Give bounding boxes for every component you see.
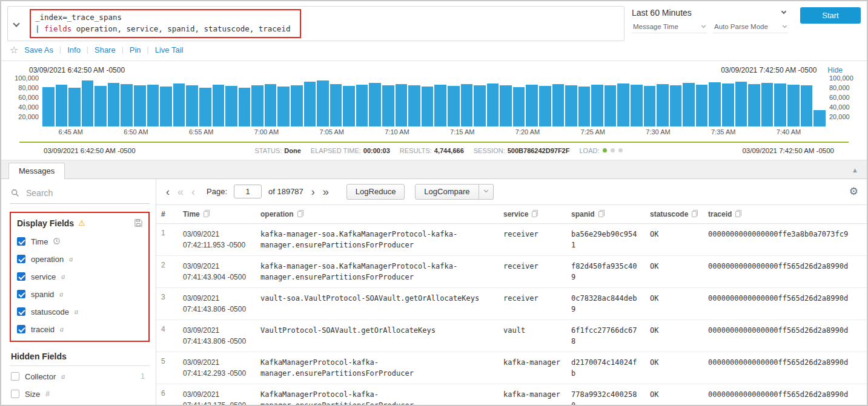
histogram-bar[interactable] bbox=[68, 88, 81, 126]
favorite-star-icon[interactable]: ☆ bbox=[10, 44, 18, 56]
logreduce-button[interactable]: LogReduce bbox=[346, 184, 405, 200]
parse-mode-select[interactable]: Auto Parse Mode bbox=[713, 22, 788, 33]
histogram-bar[interactable] bbox=[552, 84, 565, 126]
histogram-bar[interactable] bbox=[291, 85, 303, 126]
histogram-bar[interactable] bbox=[213, 85, 225, 126]
action-pin[interactable]: Pin bbox=[130, 45, 141, 54]
histogram-bar[interactable] bbox=[605, 85, 617, 126]
field-row-time[interactable]: Time bbox=[16, 233, 144, 250]
field-row-service[interactable]: servicea bbox=[16, 268, 144, 286]
last-page-button[interactable]: » bbox=[320, 186, 331, 197]
query-editor[interactable]: _index=_trace_spans | fields operation, … bbox=[7, 6, 624, 41]
histogram-bar[interactable] bbox=[591, 85, 603, 126]
hide-histogram-link[interactable]: Hide bbox=[827, 66, 843, 74]
field-checkbox[interactable] bbox=[17, 272, 25, 281]
histogram-bar[interactable] bbox=[539, 86, 551, 126]
table-row[interactable]: 103/09/202107:42:11.953 -0500kafka-manag… bbox=[156, 224, 867, 256]
time-range-select[interactable]: Last 60 Minutes bbox=[632, 8, 788, 18]
tab-messages[interactable]: Messages bbox=[8, 163, 65, 179]
histogram-bar[interactable] bbox=[108, 83, 120, 126]
column-header-statuscode[interactable]: statuscode bbox=[645, 205, 703, 223]
histogram-bar[interactable] bbox=[787, 85, 800, 126]
histogram-bar[interactable] bbox=[565, 85, 577, 126]
save-fields-icon[interactable] bbox=[134, 219, 142, 227]
field-checkbox[interactable] bbox=[17, 237, 25, 246]
copy-icon[interactable] bbox=[204, 211, 208, 217]
action-save-as[interactable]: Save As bbox=[24, 45, 53, 54]
field-checkbox[interactable] bbox=[17, 290, 25, 298]
page-input[interactable] bbox=[234, 185, 262, 198]
column-header-num[interactable]: # bbox=[156, 205, 178, 223]
histogram-bar[interactable] bbox=[396, 84, 408, 126]
message-time-select[interactable]: Message Time bbox=[632, 22, 707, 33]
histogram-bar[interactable] bbox=[277, 87, 290, 126]
field-checkbox[interactable] bbox=[11, 372, 19, 381]
histogram-bar[interactable] bbox=[500, 85, 512, 126]
histogram-bar[interactable] bbox=[199, 88, 211, 126]
table-row[interactable]: 403/09/202107:41:43.806 -0500VaultProtoc… bbox=[156, 320, 867, 352]
copy-icon[interactable] bbox=[692, 211, 697, 217]
field-row-collector[interactable]: Collectora1 bbox=[10, 368, 150, 385]
table-row[interactable]: 603/09/202107:41:42.175 -0500KafkaManage… bbox=[156, 384, 867, 405]
copy-icon[interactable] bbox=[532, 211, 537, 217]
column-header-spanid[interactable]: spanid bbox=[566, 205, 645, 223]
histogram-bar[interactable] bbox=[225, 86, 237, 126]
logcompare-button[interactable]: LogCompare bbox=[415, 184, 479, 200]
histogram-bar[interactable] bbox=[748, 84, 760, 126]
histogram-bar[interactable] bbox=[82, 80, 94, 126]
histogram-bar[interactable] bbox=[631, 85, 643, 126]
histogram-bar[interactable] bbox=[487, 83, 499, 126]
column-header-time[interactable]: Time bbox=[178, 205, 256, 223]
histogram-bar[interactable] bbox=[304, 82, 316, 126]
histogram-bar[interactable] bbox=[369, 83, 381, 126]
chevron-left-icon[interactable]: ‹ bbox=[164, 186, 172, 197]
histogram-bar[interactable] bbox=[56, 85, 68, 126]
copy-icon[interactable] bbox=[598, 211, 603, 217]
histogram-bar[interactable] bbox=[186, 85, 198, 126]
field-checkbox[interactable] bbox=[17, 255, 25, 263]
table-row[interactable]: 203/09/202107:41:43.904 -0500kafka-manag… bbox=[156, 256, 867, 288]
copy-icon[interactable] bbox=[735, 211, 740, 217]
histogram-bar[interactable] bbox=[434, 85, 446, 126]
histogram-bar[interactable] bbox=[670, 85, 682, 126]
field-row-spanid[interactable]: spanida bbox=[16, 286, 144, 303]
histogram-bar[interactable] bbox=[526, 85, 538, 126]
histogram-bar[interactable] bbox=[774, 83, 786, 126]
histogram-bar[interactable] bbox=[761, 83, 774, 126]
field-search-input[interactable] bbox=[25, 188, 148, 198]
action-live-tail[interactable]: Live Tail bbox=[155, 45, 184, 54]
histogram-bar[interactable] bbox=[42, 87, 55, 126]
histogram-bar[interactable] bbox=[147, 85, 159, 126]
settings-gear-icon[interactable]: ⚙ bbox=[849, 185, 858, 198]
column-header-service[interactable]: service bbox=[499, 205, 566, 223]
histogram-bar[interactable] bbox=[239, 88, 251, 126]
histogram-bar[interactable] bbox=[578, 87, 591, 126]
field-checkbox[interactable] bbox=[17, 325, 25, 333]
histogram-bar[interactable] bbox=[408, 85, 420, 126]
histogram-bar[interactable] bbox=[474, 85, 486, 126]
histogram-bar[interactable] bbox=[160, 87, 172, 126]
column-header-operation[interactable]: operation bbox=[256, 205, 499, 223]
histogram-bar[interactable] bbox=[356, 85, 368, 126]
histogram-bar[interactable] bbox=[382, 85, 394, 126]
prev-page-button[interactable]: ‹ bbox=[189, 186, 197, 197]
logcompare-dropdown-button[interactable] bbox=[479, 184, 494, 200]
histogram-bar[interactable] bbox=[683, 83, 695, 126]
query-expand-button[interactable] bbox=[8, 7, 25, 41]
histogram-bar[interactable] bbox=[801, 85, 813, 126]
field-row-operation[interactable]: operationa bbox=[16, 250, 144, 268]
histogram-bar[interactable] bbox=[330, 84, 342, 126]
field-checkbox[interactable] bbox=[11, 390, 19, 398]
query-text[interactable]: _index=_trace_spans | fields operation, … bbox=[25, 7, 624, 41]
histogram-bar[interactable] bbox=[644, 86, 656, 126]
histogram-bar[interactable] bbox=[134, 85, 146, 126]
next-page-button[interactable]: › bbox=[309, 186, 317, 197]
start-button[interactable]: Start bbox=[800, 7, 861, 24]
field-row-traceid[interactable]: traceida bbox=[16, 321, 144, 338]
action-share[interactable]: Share bbox=[94, 45, 116, 54]
histogram-bar[interactable] bbox=[513, 87, 525, 126]
histogram-bar[interactable] bbox=[709, 82, 721, 126]
column-header-traceid[interactable]: traceid bbox=[703, 205, 867, 223]
histogram-bar[interactable] bbox=[422, 87, 434, 126]
histogram-bar[interactable] bbox=[94, 86, 107, 126]
